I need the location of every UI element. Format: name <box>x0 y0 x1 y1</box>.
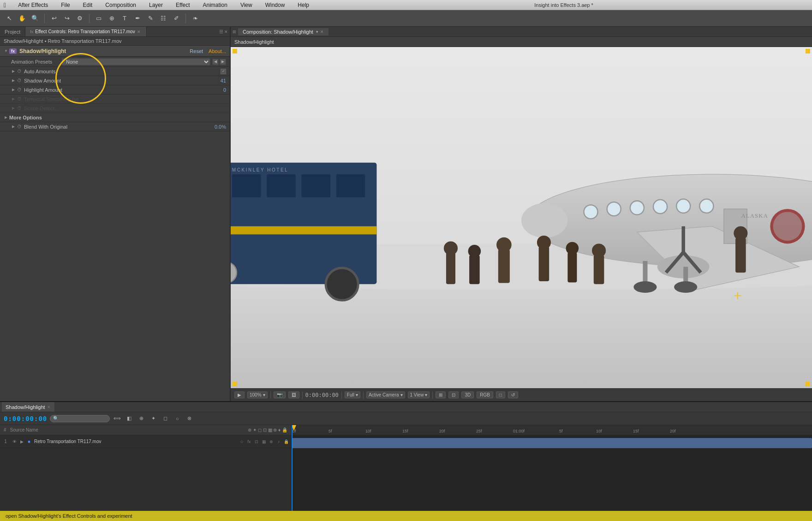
timeline-search-input[interactable] <box>50 415 110 422</box>
auto-amounts-triangle[interactable]: ▶ <box>11 69 16 74</box>
panel-close-icon[interactable]: ✕ <box>224 30 228 34</box>
timeline-tool-7[interactable]: ⊗ <box>185 414 194 423</box>
snapshot-button[interactable]: 📷 <box>274 391 286 398</box>
tool-misc[interactable]: ❧ <box>190 13 201 24</box>
effect-about-button[interactable]: About... <box>209 48 226 54</box>
tool-stamp[interactable]: ☷ <box>158 13 169 24</box>
shadow-amount-triangle[interactable]: ▶ <box>11 78 16 83</box>
panel-menu-icon[interactable]: ☰ <box>219 29 223 34</box>
timeline-tool-2[interactable]: ◧ <box>125 414 134 423</box>
zoom-dropdown[interactable]: 100% ▾ <box>247 391 268 398</box>
param-highlight-amount[interactable]: ▶ ⏱ Highlight Amount 0 <box>0 85 230 95</box>
menu-edit[interactable]: Edit <box>80 1 96 9</box>
apple-menu[interactable]:  <box>4 1 6 9</box>
view-dropdown[interactable]: 1 View ▾ <box>408 391 430 398</box>
menu-help[interactable]: Help <box>295 1 312 9</box>
layer-switch-3d[interactable]: ⊗ <box>268 438 275 445</box>
tab-close-button[interactable]: ✕ <box>137 30 142 34</box>
preset-prev-button[interactable]: ◀ <box>212 59 219 65</box>
layer-row-1[interactable]: 1 👁 ▶ ■ Retro Transportation TR117.mov ☆… <box>0 435 291 448</box>
param-blend-original[interactable]: ▶ ⏱ Blend With Original 0.0% <box>0 122 230 131</box>
tool-brush[interactable]: ✒ <box>132 13 143 24</box>
menu-window[interactable]: Window <box>263 1 288 9</box>
viewer-btn-grid[interactable]: ⊞ <box>436 391 446 398</box>
menu-layer[interactable]: Layer <box>146 1 166 9</box>
tool-hand[interactable]: ✋ <box>17 13 28 24</box>
tool-text[interactable]: T <box>119 13 130 24</box>
auto-amounts-stopwatch[interactable]: ⏱ <box>17 69 22 74</box>
ruler-tick-20: 20f <box>439 429 445 433</box>
ruler-tick-1min-20: 20f <box>670 429 676 433</box>
tab-project[interactable]: Project <box>0 27 25 36</box>
viewer-btn-3d[interactable]: 3D <box>461 391 474 398</box>
tool-select[interactable]: ↖ <box>4 13 15 24</box>
quality-dropdown[interactable]: Full ▾ <box>345 391 360 398</box>
tool-redo[interactable]: ↪ <box>61 13 72 24</box>
viewer-btn-transparency[interactable]: □ <box>496 391 505 398</box>
shadow-amount-value[interactable]: 41 <box>212 78 226 83</box>
blend-original-stopwatch[interactable]: ⏱ <box>17 124 22 130</box>
tool-rect[interactable]: ▭ <box>93 13 104 24</box>
viewer-btn-safe[interactable]: ⊡ <box>448 391 459 398</box>
timeline-tool-4[interactable]: ✦ <box>149 414 158 423</box>
auto-amounts-checkbox[interactable]: ✓ <box>221 69 226 74</box>
menu-view[interactable]: View <box>238 1 255 9</box>
viewer-btn-reset[interactable]: ↺ <box>508 391 518 398</box>
effect-expand-triangle[interactable]: ▼ <box>4 49 8 53</box>
layer-switch-motion[interactable]: ⊡ <box>253 438 260 445</box>
tool-undo[interactable]: ↩ <box>48 13 60 24</box>
comp-viewer[interactable]: MCKINLEY HOTEL <box>231 47 812 388</box>
menu-animation[interactable]: Animation <box>200 1 230 9</box>
layer-switch-aa[interactable]: ▦ <box>261 438 267 445</box>
param-auto-amounts[interactable]: ▶ ⏱ Auto Amounts ✓ <box>0 67 230 76</box>
menu-aftereffects[interactable]: After Effects <box>15 1 51 9</box>
layer-switch-lock[interactable]: 🔒 <box>283 438 289 445</box>
tool-zoom[interactable]: 🔍 <box>30 13 41 24</box>
highlight-amount-value[interactable]: 0 <box>212 87 226 93</box>
tool-pen[interactable]: ⊕ <box>106 13 117 24</box>
param-more-options[interactable]: ▶ More Options <box>0 113 230 122</box>
highlight-amount-stopwatch[interactable]: ⏱ <box>17 87 22 93</box>
tool-puppet[interactable]: ✐ <box>171 13 182 24</box>
layer-label-icon[interactable]: ■ <box>26 438 32 445</box>
timeline-tool-5[interactable]: ◻ <box>161 414 170 423</box>
tab-effect-controls[interactable]: fx Effect Controls: Retro Transportation… <box>25 27 146 36</box>
highlight-amount-triangle[interactable]: ▶ <box>11 88 16 92</box>
menu-composition[interactable]: Composition <box>102 1 139 9</box>
layer-switch-audio[interactable]: ♪ <box>275 438 282 445</box>
svg-rect-41 <box>446 252 455 284</box>
corner-marker-tr <box>806 49 810 53</box>
param-shadow-amount[interactable]: ▶ ⏱ Shadow Amount 41 <box>0 76 230 85</box>
animation-presets-select[interactable]: None <box>62 58 210 65</box>
tool-settings[interactable]: ⚙ <box>74 13 85 24</box>
tool-eraser[interactable]: ✎ <box>145 13 156 24</box>
layer-visibility-icon[interactable]: 👁 <box>11 438 18 445</box>
shadow-amount-stopwatch[interactable]: ⏱ <box>17 78 22 83</box>
timeline-tool-3[interactable]: ⊕ <box>137 414 146 423</box>
effect-controls-panel: ▼ fx Shadow/Highlight Reset About... Ani… <box>0 46 230 401</box>
menu-file[interactable]: File <box>58 1 72 9</box>
timeline-track[interactable]: 0f 5f 10f 15f 20f 25f 01:00f 5f 10f 15f … <box>292 425 812 511</box>
show-snapshot-button[interactable]: 🖼 <box>288 391 299 398</box>
blend-original-triangle[interactable]: ▶ <box>11 124 16 129</box>
viewer-btn-channels[interactable]: RGB <box>477 391 493 398</box>
timecode-display[interactable]: 0:00:00:00 <box>305 392 339 398</box>
timeline-timecode[interactable]: 0:00:00:00 <box>4 415 47 422</box>
viewer-play-button[interactable]: ▶ <box>234 391 245 398</box>
blend-original-value[interactable]: 0.0% <box>212 124 226 130</box>
more-options-triangle[interactable]: ▶ <box>4 115 8 120</box>
layer-switch-solo[interactable]: ☆ <box>239 438 245 445</box>
comp-tab-shadow-highlight[interactable]: Composition: Shadow/Highlight ▾ ✕ <box>238 28 328 36</box>
effect-reset-button[interactable]: Reset <box>190 48 203 54</box>
timeline-tool-6[interactable]: ○ <box>173 414 182 423</box>
timeline-tab-shadow-highlight[interactable]: Shadow/Highlight ✕ <box>2 402 54 412</box>
preset-next-button[interactable]: ▶ <box>220 59 226 65</box>
track-bar-1[interactable] <box>292 438 812 448</box>
layer-switch-effects[interactable]: fx <box>246 438 252 445</box>
playhead-line[interactable] <box>292 425 293 511</box>
timeline-tab-close[interactable]: ✕ <box>47 405 51 409</box>
comp-tab-close[interactable]: ✕ <box>320 30 324 34</box>
menu-effect[interactable]: Effect <box>173 1 192 9</box>
timeline-tool-1[interactable]: ⟺ <box>113 414 122 423</box>
camera-dropdown[interactable]: Active Camera ▾ <box>366 391 405 398</box>
